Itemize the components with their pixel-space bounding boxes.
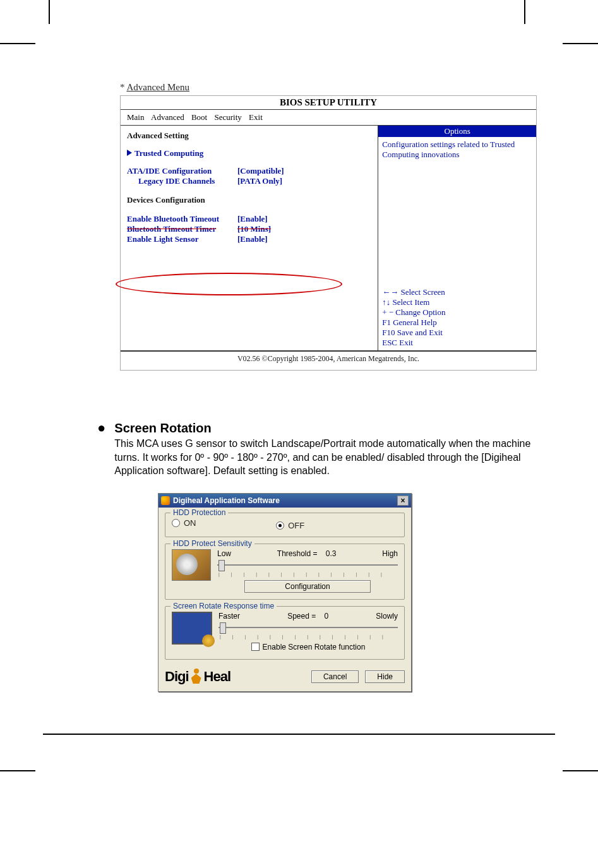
section-title: Screen Rotation — [114, 421, 537, 436]
bios-help-keys: ←→ Select Screen ↑↓ Select Item + − Chan… — [378, 285, 536, 350]
dialog-titlebar: Digiheal Application Software × — [158, 494, 411, 508]
help-esc-exit: ESC Exit — [382, 338, 532, 348]
cancel-button[interactable]: Cancel — [311, 670, 359, 683]
close-icon[interactable]: × — [397, 496, 409, 506]
help-general-help: F1 General Help — [382, 318, 532, 328]
bios-left-panel: Advanced Setting Trusted Computing ATA/I… — [121, 126, 378, 351]
bluetooth-timer-item[interactable]: Bluetooth Timeout Timer[10 Mins] — [127, 224, 371, 234]
faster-label: Faster — [218, 612, 240, 621]
high-label: High — [382, 549, 398, 558]
screen-rotate-group: Screen Rotate Response time Faster Speed… — [165, 606, 405, 660]
bios-tab-advanced[interactable]: Advanced — [151, 112, 184, 122]
rotate-slider[interactable] — [218, 622, 398, 633]
help-save-exit: F10 Save and Exit — [382, 328, 532, 338]
threshold-value: 0.3 — [326, 549, 337, 558]
speed-value: 0 — [325, 612, 329, 621]
help-select-item: ↑↓ Select Item — [382, 297, 532, 307]
trusted-computing-item[interactable]: Trusted Computing — [127, 148, 371, 158]
threshold-label: Threshold = — [277, 549, 318, 558]
logo-man-icon — [190, 669, 203, 685]
light-sensor-item[interactable]: Enable Light Sensor[Enable] — [127, 234, 371, 244]
bios-footer: V02.56 ©Copyright 1985-2004, American Me… — [121, 351, 536, 370]
bullet-icon: ● — [97, 421, 105, 435]
devices-config-heading: Devices Configuration — [127, 195, 371, 205]
help-change-option: + − Change Option — [382, 307, 532, 318]
bios-tabs: Main Advanced Boot Security Exit — [121, 109, 536, 126]
low-label: Low — [217, 549, 231, 558]
hdd-sensitivity-group: HDD Protect Sensitivity Low Threshold = … — [165, 544, 405, 600]
dialog-title: Digiheal Application Software — [173, 496, 280, 505]
hide-button[interactable]: Hide — [365, 670, 405, 683]
legacy-ide-item[interactable]: Legacy IDE Channels[PATA Only] — [127, 176, 371, 186]
ata-ide-config-item[interactable]: ATA/IDE Configuration[Compatible] — [127, 166, 371, 176]
bios-tab-exit[interactable]: Exit — [249, 112, 263, 122]
bios-tab-boot[interactable]: Boot — [191, 112, 207, 122]
rotate-ticks: | | | | | | | | | | | | | | — [220, 634, 398, 639]
enable-rotate-checkbox[interactable]: Enable Screen Rotate function — [251, 643, 366, 651]
slowly-label: Slowly — [376, 612, 398, 621]
section-body: This MCA uses G sensor to switch Landsca… — [114, 437, 537, 478]
monitor-icon — [172, 612, 212, 645]
bios-screenshot: BIOS SETUP UTILITY Main Advanced Boot Se… — [120, 95, 537, 371]
bios-tab-security[interactable]: Security — [215, 112, 242, 122]
help-select-screen: ←→ Select Screen — [382, 287, 532, 297]
screen-rotate-legend: Screen Rotate Response time — [170, 602, 277, 610]
hdd-protection-group: HDD Protection ON OFF — [165, 513, 405, 537]
sensitivity-slider[interactable] — [217, 559, 398, 571]
hdd-protection-legend: HDD Protection — [170, 508, 228, 517]
bios-right-panel: Options Configuration settings related t… — [378, 126, 536, 351]
bluetooth-timeout-item[interactable]: Enable Bluetooth Timeout[Enable] — [127, 214, 371, 224]
speed-label: Speed = — [287, 612, 316, 621]
hdd-sensitivity-legend: HDD Protect Sensitivity — [170, 539, 254, 548]
configuration-button[interactable]: Configuration — [244, 580, 371, 593]
digiheal-logo: DigiHeal — [165, 669, 230, 685]
app-icon — [161, 496, 170, 505]
red-circle-annotation — [116, 273, 342, 295]
digiheal-dialog: Digiheal Application Software × HDD Prot… — [158, 493, 412, 693]
bios-title: BIOS SETUP UTILITY — [121, 96, 536, 109]
sensitivity-ticks: | | | | | | | | | | | | | | — [218, 572, 398, 576]
bios-tab-main[interactable]: Main — [127, 112, 144, 122]
options-description: Configuration settings related to Truste… — [378, 137, 536, 285]
options-header: Options — [378, 126, 536, 137]
bios-section-label: * Advanced Menu — [120, 82, 537, 93]
hdd-off-radio[interactable]: OFF — [276, 521, 304, 530]
triangle-icon — [127, 150, 132, 156]
advanced-setting-heading: Advanced Setting — [127, 131, 371, 141]
hdd-icon — [172, 549, 211, 581]
hdd-on-radio[interactable]: ON — [172, 518, 196, 528]
